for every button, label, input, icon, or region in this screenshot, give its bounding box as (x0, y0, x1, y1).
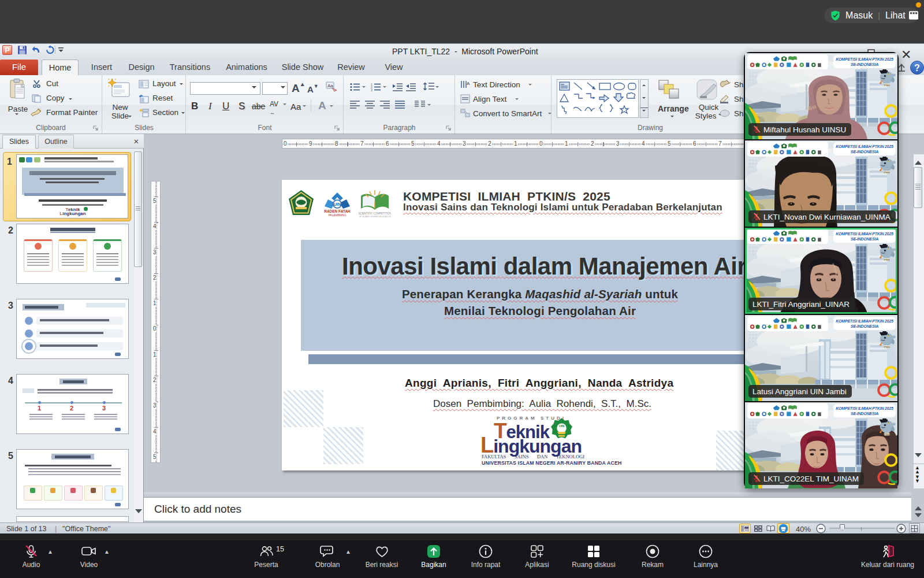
svg-text:Aa: Aa (327, 83, 333, 88)
svg-text:UIN: UIN (334, 202, 341, 206)
svg-text:3: 3 (371, 88, 372, 91)
svg-text:PALEMBANG: PALEMBANG (329, 213, 346, 217)
svg-text:RADEN FATAH: RADEN FATAH (324, 209, 351, 213)
svg-text:A: A (467, 81, 470, 86)
svg-text:UIN: UIN (559, 424, 565, 428)
svg-text:OF ISLAMIC HIGHER EDUCATION: OF ISLAMIC HIGHER EDUCATION (359, 216, 391, 218)
svg-text:SCIENTIFIC COMPETITION: SCIENTIFIC COMPETITION (359, 212, 391, 215)
